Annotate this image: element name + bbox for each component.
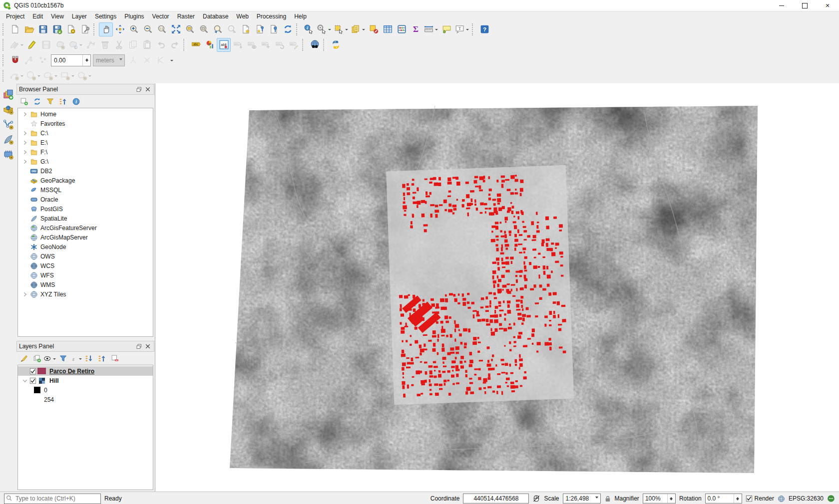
spin-down-icon[interactable] xyxy=(85,60,88,63)
browser-close-button[interactable] xyxy=(143,85,152,93)
layer-visibility-checkbox[interactable] xyxy=(28,368,37,375)
snapping-on-intersection-button[interactable] xyxy=(140,53,154,67)
zoom-in-button[interactable] xyxy=(127,22,141,36)
identify-features-button[interactable]: i xyxy=(302,22,316,36)
menu-vector[interactable]: Vector xyxy=(148,12,173,21)
vertex-tool-button[interactable] xyxy=(84,38,98,52)
cut-features-button[interactable] xyxy=(112,38,126,52)
close-button[interactable]: × xyxy=(816,0,839,11)
move-label-button[interactable]: abc xyxy=(259,38,273,52)
browser-item-ows[interactable]: OWS xyxy=(18,252,153,261)
menu-web[interactable]: Web xyxy=(232,12,252,21)
browser-item-arcgismapserver[interactable]: ArcGisMapServer xyxy=(18,233,153,242)
layer-diagram-options-button[interactable] xyxy=(203,38,217,52)
pin-unpin-labels-button[interactable]: ab xyxy=(217,38,231,52)
snapping-tolerance[interactable]: 0.00 xyxy=(51,54,91,66)
map-canvas[interactable] xyxy=(155,83,839,492)
menu-processing[interactable]: Processing xyxy=(253,12,290,21)
minimize-button[interactable] xyxy=(770,0,793,11)
add-raster-layer-button[interactable] xyxy=(1,102,15,116)
osm-place-search-button[interactable] xyxy=(308,38,322,52)
coordinate-input[interactable]: 440514,4476568 xyxy=(463,494,529,504)
copy-features-button[interactable] xyxy=(126,38,140,52)
collapse-all-button[interactable] xyxy=(57,96,69,107)
toolbar-grip[interactable] xyxy=(323,39,326,51)
toolbar-grip[interactable] xyxy=(472,23,475,35)
measure-line-button[interactable] xyxy=(422,22,439,36)
new-print-layout-button[interactable] xyxy=(64,22,78,36)
text-annotation-button[interactable]: T xyxy=(453,22,470,36)
zoom-out-button[interactable] xyxy=(141,22,155,36)
open-layer-styling-button[interactable] xyxy=(18,353,30,364)
toolbar-grip[interactable] xyxy=(2,39,5,51)
browser-item-wcs[interactable]: WCS xyxy=(18,261,153,270)
menu-database[interactable]: Database xyxy=(199,12,232,21)
select-features-button[interactable] xyxy=(333,22,350,36)
add-virtual-layer-button[interactable] xyxy=(1,147,15,161)
browser-item-geopackage[interactable]: GeoPackage xyxy=(18,176,153,185)
locate-input[interactable] xyxy=(4,494,101,504)
save-project-button[interactable] xyxy=(36,22,50,36)
add-selected-layers-button[interactable] xyxy=(18,96,30,107)
chevron-right-icon[interactable] xyxy=(21,291,29,297)
browser-float-button[interactable] xyxy=(135,85,143,93)
map-tips-button[interactable] xyxy=(439,22,453,36)
crs-globe-icon[interactable] xyxy=(778,495,785,503)
circular-string-by-radius-button[interactable] xyxy=(8,69,25,83)
rotation-spin[interactable]: 0.0 ° xyxy=(705,494,742,504)
layer-item-parco-de-retiro[interactable]: Parco De Retiro xyxy=(18,366,153,376)
menu-edit[interactable]: Edit xyxy=(28,12,47,21)
help-contents-button[interactable]: ? xyxy=(477,22,491,36)
snapping-overflow-button[interactable] xyxy=(168,53,175,67)
show-sum-of-selected-button[interactable]: Σ xyxy=(409,22,422,36)
statistical-summary-button[interactable] xyxy=(395,22,409,36)
menu-view[interactable]: View xyxy=(47,12,68,21)
layer-visibility-checkbox[interactable] xyxy=(28,377,37,384)
maximize-button[interactable] xyxy=(793,0,816,11)
browser-item-favorites[interactable]: Favorites xyxy=(18,119,153,128)
redo-button[interactable] xyxy=(168,38,182,52)
toolbar-grip[interactable] xyxy=(2,70,5,82)
show-hide-labels-button[interactable]: abc xyxy=(245,38,259,52)
rotate-label-button[interactable]: abc xyxy=(273,38,287,52)
browser-item-postgis[interactable]: PostGIS xyxy=(18,204,153,214)
chevron-right-icon[interactable] xyxy=(21,111,29,117)
extents-toggle-icon[interactable] xyxy=(532,495,540,503)
deselect-features-button[interactable] xyxy=(367,22,381,36)
add-vector-layer-button[interactable] xyxy=(1,117,15,131)
zoom-last-button[interactable] xyxy=(211,22,225,36)
toggle-editing-button[interactable] xyxy=(25,38,39,52)
layer-labeling-options-button[interactable]: abc xyxy=(189,38,203,52)
zoom-full-extent-button[interactable] xyxy=(169,22,183,36)
add-rectangle-button[interactable] xyxy=(59,69,76,83)
magnifier-spin[interactable]: 100% xyxy=(643,494,676,504)
spin-down-icon[interactable] xyxy=(670,499,673,502)
pan-map-button[interactable] xyxy=(99,22,113,36)
browser-item-db2[interactable]: DB2DB2 xyxy=(18,166,153,176)
show-spatial-bookmarks-button[interactable] xyxy=(267,22,281,36)
browser-item-c[interactable]: C:\ xyxy=(18,128,153,138)
browser-item-wms[interactable]: WMS xyxy=(18,280,153,289)
chevron-down-icon[interactable] xyxy=(21,378,28,384)
browser-item-e[interactable]: E:\ xyxy=(18,138,153,147)
browser-item-spatialite[interactable]: SpatiaLite xyxy=(18,214,153,223)
save-project-as-button[interactable] xyxy=(50,22,64,36)
zoom-native-resolution-button[interactable]: 1:1 xyxy=(155,22,169,36)
add-group-button[interactable] xyxy=(31,353,43,364)
pan-to-selection-button[interactable] xyxy=(113,22,127,36)
select-by-form-button[interactable] xyxy=(350,22,367,36)
filter-by-expression-button[interactable]: ε xyxy=(70,353,82,364)
run-feature-action-button[interactable] xyxy=(316,22,333,36)
manage-map-themes-button[interactable] xyxy=(44,353,56,364)
add-spatialite-layer-button[interactable] xyxy=(1,132,15,146)
open-data-source-manager-button[interactable] xyxy=(1,87,15,101)
save-layer-edits-button[interactable] xyxy=(39,38,53,52)
filter-legend-button[interactable] xyxy=(57,353,69,364)
topological-editing-button[interactable] xyxy=(126,53,140,67)
add-ellipse-button[interactable] xyxy=(42,69,59,83)
python-console-button[interactable] xyxy=(329,38,343,52)
collapse-all-layers-button[interactable] xyxy=(96,353,108,364)
current-edits-button[interactable] xyxy=(8,38,25,52)
new-project-button[interactable] xyxy=(8,22,22,36)
toolbar-grip[interactable] xyxy=(93,23,96,35)
